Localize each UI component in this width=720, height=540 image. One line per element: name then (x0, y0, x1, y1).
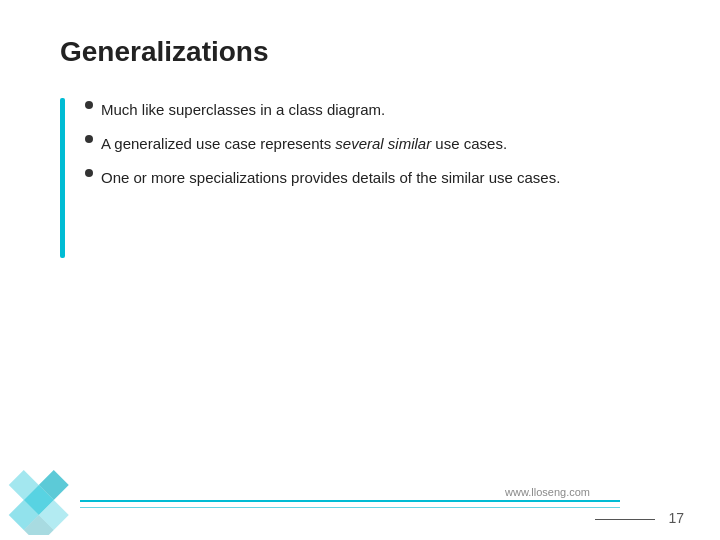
cyan-accent-line-2 (80, 507, 620, 509)
left-accent-bar (60, 98, 65, 258)
page-separator (595, 519, 655, 520)
logo-svg (5, 465, 80, 535)
bullet-dot-2 (85, 135, 93, 143)
bullet-item-1: Much like superclasses in a class diagra… (85, 98, 670, 122)
bullet-list: Much like superclasses in a class diagra… (85, 98, 670, 258)
slide: Generalizations Much like superclasses i… (0, 0, 720, 540)
bullet-text-2: A generalized use case represents severa… (101, 132, 670, 156)
bullet-item-2: A generalized use case represents severa… (85, 132, 670, 156)
logo-decoration (5, 465, 80, 535)
slide-title: Generalizations (50, 36, 670, 68)
bullet-dot-1 (85, 101, 93, 109)
bullet-text-1: Much like superclasses in a class diagra… (101, 98, 670, 122)
bullet-text-3: One or more specializations provides det… (101, 166, 670, 190)
bottom-decoration: www.lloseng.com 17 (0, 480, 720, 540)
italic-text: several similar (335, 135, 431, 152)
page-number: 17 (668, 510, 684, 526)
bullet-item-3: One or more specializations provides det… (85, 166, 670, 190)
website-label: www.lloseng.com (505, 486, 590, 498)
cyan-accent-line-1 (80, 500, 620, 502)
content-area: Much like superclasses in a class diagra… (50, 98, 670, 258)
bullet-dot-3 (85, 169, 93, 177)
